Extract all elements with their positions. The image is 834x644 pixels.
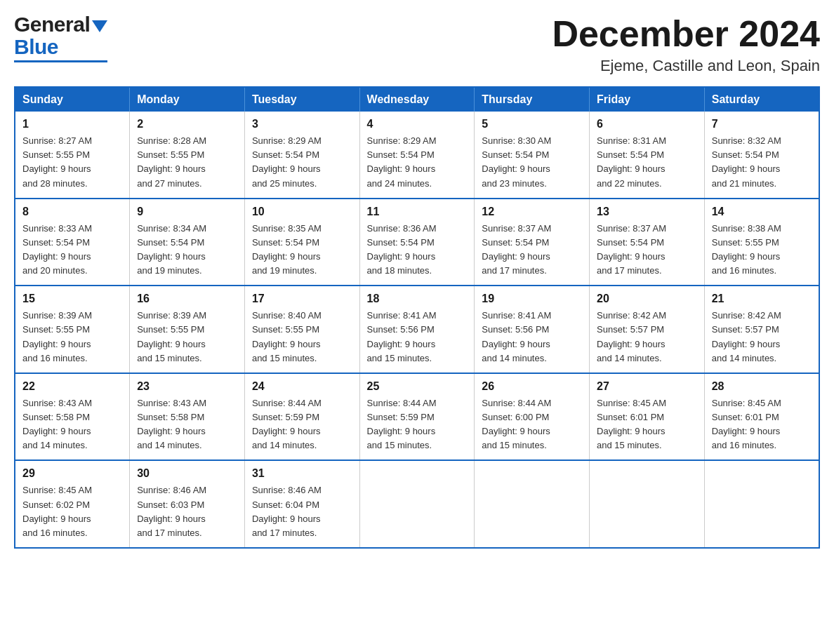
day-info: Sunrise: 8:40 AMSunset: 5:55 PMDaylight:… [252,310,322,363]
header-tuesday: Tuesday [244,87,359,112]
calendar-cell: 30Sunrise: 8:46 AMSunset: 6:03 PMDayligh… [130,460,245,548]
day-info: Sunrise: 8:45 AMSunset: 6:01 PMDaylight:… [712,398,781,450]
calendar-cell: 22Sunrise: 8:43 AMSunset: 5:58 PMDayligh… [15,373,130,461]
calendar-cell: 31Sunrise: 8:46 AMSunset: 6:04 PMDayligh… [244,460,359,548]
day-info: Sunrise: 8:43 AMSunset: 5:58 PMDaylight:… [137,398,206,450]
day-info: Sunrise: 8:30 AMSunset: 5:54 PMDaylight:… [482,135,551,188]
day-info: Sunrise: 8:35 AMSunset: 5:54 PMDaylight:… [252,223,322,276]
calendar-week-row: 8Sunrise: 8:33 AMSunset: 5:54 PMDaylight… [15,199,819,286]
header-friday: Friday [590,87,705,112]
day-number: 5 [482,116,582,133]
day-info: Sunrise: 8:44 AMSunset: 6:00 PMDaylight:… [482,398,551,450]
day-number: 6 [597,116,697,133]
day-number: 1 [22,116,122,133]
calendar-cell: 26Sunrise: 8:44 AMSunset: 6:00 PMDayligh… [475,373,590,461]
calendar-cell: 8Sunrise: 8:33 AMSunset: 5:54 PMDaylight… [15,199,130,286]
calendar-cell: 6Sunrise: 8:31 AMSunset: 5:54 PMDaylight… [590,112,705,199]
page-header: General Blue December 2024 Ejeme, Castil… [14,14,820,75]
day-number: 27 [597,378,697,395]
day-number: 4 [367,116,468,133]
calendar-cell: 24Sunrise: 8:44 AMSunset: 5:59 PMDayligh… [244,373,359,461]
day-info: Sunrise: 8:39 AMSunset: 5:55 PMDaylight:… [137,310,206,363]
calendar-cell: 18Sunrise: 8:41 AMSunset: 5:56 PMDayligh… [359,286,475,373]
header-saturday: Saturday [704,87,819,112]
logo-general-text: General [14,14,90,35]
calendar-cell: 4Sunrise: 8:29 AMSunset: 5:54 PMDaylight… [359,112,475,199]
day-info: Sunrise: 8:44 AMSunset: 5:59 PMDaylight:… [367,398,437,450]
day-info: Sunrise: 8:28 AMSunset: 5:55 PMDaylight:… [137,135,206,188]
logo-blue-text: Blue [14,35,58,59]
day-info: Sunrise: 8:33 AMSunset: 5:54 PMDaylight:… [22,223,92,276]
day-info: Sunrise: 8:42 AMSunset: 5:57 PMDaylight:… [712,310,781,363]
day-info: Sunrise: 8:45 AMSunset: 6:01 PMDaylight:… [597,398,666,450]
day-number: 3 [252,116,352,133]
header-sunday: Sunday [15,87,130,112]
day-info: Sunrise: 8:29 AMSunset: 5:54 PMDaylight:… [252,135,322,188]
header-thursday: Thursday [475,87,590,112]
day-info: Sunrise: 8:37 AMSunset: 5:54 PMDaylight:… [482,223,551,276]
calendar-cell: 28Sunrise: 8:45 AMSunset: 6:01 PMDayligh… [704,373,819,461]
day-number: 20 [597,290,697,307]
calendar-cell: 23Sunrise: 8:43 AMSunset: 5:58 PMDayligh… [130,373,245,461]
day-info: Sunrise: 8:46 AMSunset: 6:04 PMDaylight:… [252,485,322,537]
month-title: December 2024 [552,14,820,54]
day-number: 2 [137,116,237,133]
day-info: Sunrise: 8:45 AMSunset: 6:02 PMDaylight:… [22,485,92,537]
day-number: 8 [22,203,122,220]
day-number: 31 [252,465,352,482]
calendar-cell: 25Sunrise: 8:44 AMSunset: 5:59 PMDayligh… [359,373,475,461]
day-number: 26 [482,378,582,395]
day-number: 24 [252,378,352,395]
calendar-header-row: SundayMondayTuesdayWednesdayThursdayFrid… [15,87,819,112]
day-number: 25 [367,378,468,395]
day-number: 15 [22,290,122,307]
calendar-cell: 12Sunrise: 8:37 AMSunset: 5:54 PMDayligh… [475,199,590,286]
day-info: Sunrise: 8:41 AMSunset: 5:56 PMDaylight:… [367,310,437,363]
calendar-cell: 2Sunrise: 8:28 AMSunset: 5:55 PMDaylight… [130,112,245,199]
calendar-cell: 13Sunrise: 8:37 AMSunset: 5:54 PMDayligh… [590,199,705,286]
calendar-cell: 11Sunrise: 8:36 AMSunset: 5:54 PMDayligh… [359,199,475,286]
calendar-cell: 1Sunrise: 8:27 AMSunset: 5:55 PMDaylight… [15,112,130,199]
calendar-cell [590,460,705,548]
day-info: Sunrise: 8:31 AMSunset: 5:54 PMDaylight:… [597,135,666,188]
calendar-cell [359,460,475,548]
day-number: 7 [712,116,812,133]
calendar-week-row: 29Sunrise: 8:45 AMSunset: 6:02 PMDayligh… [15,460,819,548]
day-info: Sunrise: 8:43 AMSunset: 5:58 PMDaylight:… [22,398,92,450]
calendar-cell: 17Sunrise: 8:40 AMSunset: 5:55 PMDayligh… [244,286,359,373]
day-info: Sunrise: 8:38 AMSunset: 5:55 PMDaylight:… [712,223,781,276]
day-number: 11 [367,203,468,220]
day-number: 28 [712,378,812,395]
day-number: 29 [22,465,122,482]
calendar-cell [475,460,590,548]
calendar-cell: 19Sunrise: 8:41 AMSunset: 5:56 PMDayligh… [475,286,590,373]
calendar-cell: 21Sunrise: 8:42 AMSunset: 5:57 PMDayligh… [704,286,819,373]
title-area: December 2024 Ejeme, Castille and Leon, … [552,14,820,75]
day-number: 18 [367,290,468,307]
calendar-cell: 29Sunrise: 8:45 AMSunset: 6:02 PMDayligh… [15,460,130,548]
day-number: 19 [482,290,582,307]
logo: General Blue [14,14,107,62]
day-number: 17 [252,290,352,307]
day-number: 23 [137,378,237,395]
calendar-cell: 10Sunrise: 8:35 AMSunset: 5:54 PMDayligh… [244,199,359,286]
day-info: Sunrise: 8:46 AMSunset: 6:03 PMDaylight:… [137,485,206,537]
day-number: 21 [712,290,812,307]
calendar-cell: 15Sunrise: 8:39 AMSunset: 5:55 PMDayligh… [15,286,130,373]
calendar-table: SundayMondayTuesdayWednesdayThursdayFrid… [14,86,820,549]
logo-underline [14,60,107,62]
calendar-cell: 16Sunrise: 8:39 AMSunset: 5:55 PMDayligh… [130,286,245,373]
calendar-cell: 27Sunrise: 8:45 AMSunset: 6:01 PMDayligh… [590,373,705,461]
calendar-cell: 9Sunrise: 8:34 AMSunset: 5:54 PMDaylight… [130,199,245,286]
location-title: Ejeme, Castille and Leon, Spain [552,57,820,75]
calendar-cell: 14Sunrise: 8:38 AMSunset: 5:55 PMDayligh… [704,199,819,286]
day-number: 12 [482,203,582,220]
header-wednesday: Wednesday [359,87,475,112]
day-info: Sunrise: 8:32 AMSunset: 5:54 PMDaylight:… [712,135,781,188]
calendar-week-row: 22Sunrise: 8:43 AMSunset: 5:58 PMDayligh… [15,373,819,461]
day-number: 13 [597,203,697,220]
calendar-cell: 7Sunrise: 8:32 AMSunset: 5:54 PMDaylight… [704,112,819,199]
day-info: Sunrise: 8:39 AMSunset: 5:55 PMDaylight:… [22,310,92,363]
calendar-week-row: 15Sunrise: 8:39 AMSunset: 5:55 PMDayligh… [15,286,819,373]
day-info: Sunrise: 8:27 AMSunset: 5:55 PMDaylight:… [22,135,92,188]
